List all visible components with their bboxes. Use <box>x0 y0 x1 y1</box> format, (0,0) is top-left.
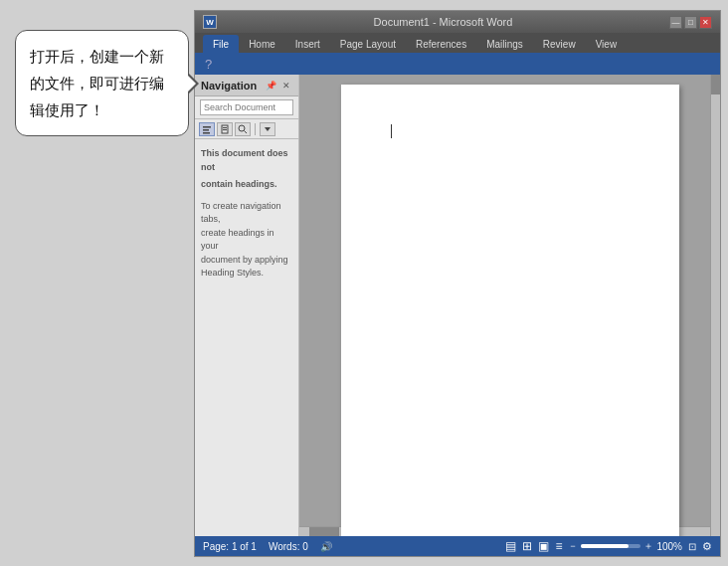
nav-pin-button[interactable]: 📌 <box>264 81 278 91</box>
tab-page-layout[interactable]: Page Layout <box>330 35 406 53</box>
nav-dropdown-button[interactable] <box>260 122 275 136</box>
svg-rect-2 <box>203 132 210 134</box>
navigation-pane: Navigation 📌 ✕ <box>195 75 299 536</box>
tab-home[interactable]: Home <box>239 35 285 53</box>
view-read-icon[interactable]: ▣ <box>538 539 549 553</box>
speech-bubble-text: 打开后，创建一个新的文件，即可进行编辑使用了！ <box>30 48 164 118</box>
tab-insert[interactable]: Insert <box>285 35 330 53</box>
text-cursor <box>391 124 392 138</box>
tab-references[interactable]: References <box>406 35 476 53</box>
vertical-scrollbar[interactable] <box>710 75 720 536</box>
nav-no-headings-line1: This document does not <box>201 147 292 174</box>
nav-toolbar <box>195 119 298 139</box>
nav-pane-header: Navigation 📌 ✕ <box>195 75 298 96</box>
document-area[interactable] <box>299 75 720 536</box>
maximize-button[interactable]: □ <box>684 16 697 29</box>
content-area: Navigation 📌 ✕ <box>195 75 720 536</box>
nav-browse-results-button[interactable] <box>235 122 251 136</box>
svg-rect-1 <box>203 129 209 131</box>
tab-file[interactable]: File <box>203 35 239 53</box>
nav-close-button[interactable]: ✕ <box>280 81 292 91</box>
nav-no-headings-line2: contain headings. <box>201 178 292 192</box>
ribbon-tabs: File Home Insert Page Layout References … <box>195 33 720 53</box>
nav-search-input[interactable] <box>200 99 293 115</box>
word-count[interactable]: Words: 0 <box>269 541 308 552</box>
title-bar: W Document1 - Microsoft Word — □ ✕ <box>195 11 720 33</box>
svg-rect-4 <box>223 127 227 128</box>
ribbon-help-icon: ? <box>205 57 212 72</box>
speech-bubble: 打开后，创建一个新的文件，即可进行编辑使用了！ <box>15 30 189 136</box>
nav-hint-line1: To create navigation tabs, <box>201 200 292 227</box>
nav-hint-line4: Heading Styles. <box>201 267 292 281</box>
view-normal-icon[interactable]: ▤ <box>505 539 516 553</box>
zoom-bar[interactable] <box>581 544 640 548</box>
nav-search-container <box>195 96 298 119</box>
tab-mailings[interactable]: Mailings <box>476 35 533 53</box>
nav-browse-pages-button[interactable] <box>217 122 233 136</box>
tab-review[interactable]: Review <box>533 35 586 53</box>
language-icon: 🔊 <box>320 541 332 552</box>
nav-content: This document does not contain headings.… <box>195 139 298 536</box>
svg-marker-8 <box>265 127 271 131</box>
status-bar: Page: 1 of 1 Words: 0 🔊 ▤ ⊞ ▣ ≡ － ＋ 100%… <box>195 536 720 556</box>
nav-hint-line3: document by applying <box>201 254 292 268</box>
window-title: Document1 - Microsoft Word <box>217 16 669 28</box>
ribbon-bar: ? <box>195 53 720 75</box>
document-page[interactable] <box>341 85 679 536</box>
view-web-icon[interactable]: ⊞ <box>522 539 532 553</box>
view-outline-icon[interactable]: ≡ <box>555 539 562 553</box>
nav-hint-line2: create headings in your <box>201 227 292 254</box>
scrollbar-thumb[interactable] <box>711 75 720 94</box>
svg-rect-0 <box>203 126 211 128</box>
word-window: W Document1 - Microsoft Word — □ ✕ File … <box>194 10 721 557</box>
fit-page-button[interactable]: ⊡ <box>688 541 696 552</box>
svg-rect-5 <box>223 129 227 130</box>
tab-view[interactable]: View <box>586 35 628 53</box>
svg-point-6 <box>239 125 245 131</box>
zoom-bar-fill <box>581 544 629 548</box>
nav-separator <box>255 123 256 135</box>
close-button[interactable]: ✕ <box>699 16 712 29</box>
settings-icon[interactable]: ⚙ <box>702 540 712 553</box>
svg-line-7 <box>245 130 248 133</box>
zoom-controls: － ＋ 100% <box>568 539 682 553</box>
nav-browse-headings-button[interactable] <box>199 122 215 136</box>
zoom-level[interactable]: 100% <box>656 541 682 552</box>
zoom-out-button[interactable]: － <box>568 539 578 553</box>
zoom-in-button[interactable]: ＋ <box>643 539 653 553</box>
nav-pane-title: Navigation <box>201 80 257 92</box>
h-scrollbar-thumb[interactable] <box>309 527 339 536</box>
page-count[interactable]: Page: 1 of 1 <box>203 541 257 552</box>
minimize-button[interactable]: — <box>669 16 682 29</box>
